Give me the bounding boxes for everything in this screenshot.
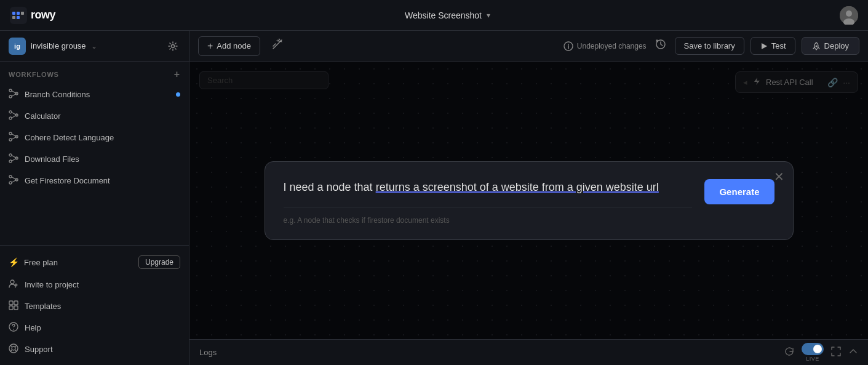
svg-point-14 — [9, 117, 12, 119]
ai-example-text: e.g. A node that checks if firestore doc… — [284, 216, 693, 225]
svg-rect-26 — [9, 301, 13, 305]
deploy-button[interactable]: Deploy — [802, 37, 859, 55]
sidebar-item-help[interactable]: Help — [0, 317, 189, 339]
svg-rect-3 — [21, 12, 24, 15]
sidebar-item-get-firestore-document[interactable]: Get Firestore Document — [0, 170, 189, 191]
plus-icon: + — [207, 41, 213, 52]
modal-overlay: ✕ I need a node that returns a screensho… — [189, 62, 868, 339]
svg-marker-36 — [762, 43, 767, 49]
rowy-logo-icon — [10, 7, 27, 24]
svg-point-23 — [9, 182, 12, 184]
svg-point-10 — [9, 89, 12, 92]
prompt-before: I need a node that — [284, 181, 376, 193]
sidebar-item-calculator[interactable]: Calculator — [0, 105, 189, 127]
invite-label: Invite to project — [25, 280, 79, 289]
chevron-up-icon — [848, 347, 858, 356]
plan-label: Free plan — [24, 258, 58, 267]
help-icon — [9, 322, 18, 334]
svg-rect-2 — [17, 12, 20, 15]
workspace-chevron-icon: ⌄ — [91, 42, 97, 50]
fullscreen-button[interactable] — [831, 347, 841, 359]
ai-prompt-text: I need a node that returns a screenshot … — [284, 179, 693, 196]
wand-icon — [271, 38, 284, 50]
logs-bar: Logs LIVE — [189, 339, 868, 365]
svg-rect-4 — [12, 16, 15, 19]
live-toggle[interactable]: LIVE — [802, 343, 824, 362]
generate-button[interactable]: Generate — [704, 179, 774, 204]
sidebar-item-branch-conditions[interactable]: Branch Conditions — [0, 84, 189, 105]
header-right — [840, 6, 858, 25]
logs-label: Logs — [199, 348, 217, 357]
title-chevron-icon[interactable]: ▾ — [487, 11, 490, 20]
sidebar-item-label-calculator: Calculator — [25, 111, 61, 121]
save-to-library-button[interactable]: Save to library — [675, 37, 744, 55]
svg-point-7 — [846, 10, 852, 17]
sidebar-item-cohere-detect-language[interactable]: Cohere Detect Language — [0, 127, 189, 148]
sidebar-item-label-download-files: Download Files — [25, 154, 79, 164]
cohere-detect-icon — [9, 132, 18, 143]
help-label: Help — [25, 323, 41, 332]
magic-wand-button[interactable] — [266, 36, 289, 56]
workspace-area[interactable]: ig invisible grouse ⌄ — [9, 38, 97, 55]
add-node-button[interactable]: + Add node — [198, 36, 260, 56]
gear-icon — [168, 41, 178, 51]
svg-rect-0 — [10, 7, 27, 24]
refresh-icon — [784, 347, 794, 356]
svg-point-16 — [9, 132, 12, 135]
collapse-logs-button[interactable] — [848, 347, 858, 359]
svg-point-9 — [172, 44, 175, 47]
sidebar-item-label-get-firestore: Get Firestore Document — [25, 176, 110, 185]
ai-divider — [284, 207, 693, 207]
sidebar-item-download-files[interactable]: Download Files — [0, 148, 189, 170]
rocket-icon — [812, 42, 821, 50]
prompt-underlined: returns a screenshot of a website from a… — [376, 181, 659, 193]
calculator-icon — [9, 110, 18, 122]
upgrade-button[interactable]: Upgrade — [138, 255, 180, 269]
live-label: LIVE — [806, 356, 819, 362]
sidebar-section-label: Workflows + — [0, 62, 189, 84]
refresh-logs-button[interactable] — [784, 347, 794, 359]
add-workflow-button[interactable]: + — [174, 69, 180, 80]
test-button[interactable]: Test — [751, 37, 795, 55]
history-button[interactable] — [653, 36, 669, 55]
sidebar-item-templates[interactable]: Templates — [0, 295, 189, 317]
logo-area: rowy — [10, 7, 55, 24]
undeployed-badge: Undeployed changes — [563, 41, 647, 51]
branch-conditions-icon — [9, 89, 18, 100]
sidebar-item-invite[interactable]: Invite to project — [0, 274, 189, 295]
sidebar-bottom: ⚡ Free plan Upgrade Invite to project — [0, 245, 189, 365]
live-toggle-pill[interactable] — [802, 343, 824, 355]
ai-modal: ✕ I need a node that returns a screensho… — [265, 161, 794, 240]
sidebar-top: ig invisible grouse ⌄ — [0, 31, 189, 62]
play-icon — [760, 42, 768, 50]
undeployed-text: Undeployed changes — [577, 42, 647, 50]
support-icon — [9, 343, 18, 355]
user-avatar[interactable] — [840, 6, 858, 25]
sidebar-item-support[interactable]: Support — [0, 339, 189, 360]
svg-point-25 — [10, 280, 14, 284]
lightning-icon: ⚡ — [9, 257, 19, 267]
ai-prompt-area: I need a node that returns a screenshot … — [284, 179, 693, 225]
sidebar: ig invisible grouse ⌄ Workflows + — [0, 31, 189, 365]
fullscreen-icon — [831, 347, 841, 356]
svg-rect-5 — [17, 16, 20, 19]
svg-point-31 — [13, 329, 14, 330]
templates-label: Templates — [25, 302, 61, 311]
svg-rect-1 — [12, 12, 15, 15]
close-modal-button[interactable]: ✕ — [774, 170, 784, 183]
history-icon — [655, 39, 666, 50]
svg-point-20 — [9, 160, 12, 162]
get-firestore-icon — [9, 175, 18, 187]
svg-point-22 — [9, 175, 12, 178]
invite-icon — [9, 279, 18, 291]
plan-left: ⚡ Free plan — [9, 257, 58, 267]
svg-point-33 — [12, 347, 15, 350]
settings-button[interactable] — [165, 39, 180, 54]
main-layout: ig invisible grouse ⌄ Workflows + — [0, 31, 868, 365]
top-header: rowy Website Screenshot ▾ — [0, 0, 868, 31]
svg-point-13 — [9, 111, 12, 113]
workspace-avatar: ig — [9, 38, 26, 55]
templates-icon — [9, 300, 18, 312]
ai-modal-content: I need a node that returns a screenshot … — [284, 179, 774, 225]
svg-point-37 — [815, 45, 817, 47]
